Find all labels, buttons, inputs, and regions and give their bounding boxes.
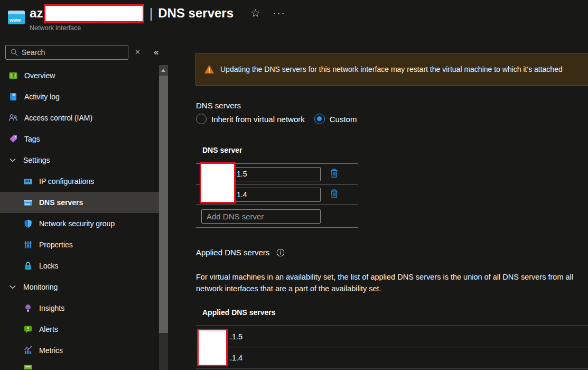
- sidebar-item-label: Network security group: [39, 219, 115, 228]
- sidebar-item-label: Activity log: [24, 92, 60, 101]
- tag-icon: [8, 134, 18, 144]
- activity-log-icon: [8, 92, 18, 101]
- svg-text:www: www: [24, 203, 31, 206]
- sidebar-item-locks[interactable]: Locks: [0, 255, 159, 276]
- collapse-sidebar-icon[interactable]: «: [154, 47, 158, 58]
- sidebar-item-label: Properties: [39, 240, 73, 249]
- sidebar-item-properties[interactable]: Properties: [0, 234, 159, 255]
- applied-dns-value: .1.4: [230, 354, 242, 362]
- sidebar-item-tags[interactable]: Tags: [0, 128, 159, 150]
- more-options-icon[interactable]: ···: [273, 8, 286, 19]
- sidebar-item-label: Locks: [39, 262, 59, 270]
- sidebar-item-metrics[interactable]: Metrics: [0, 340, 159, 361]
- ip-configurations-icon: [23, 177, 33, 186]
- add-dns-server-row: [196, 205, 358, 227]
- alert-icon: [23, 325, 33, 334]
- sidebar-item-label: DNS servers: [39, 198, 83, 207]
- radio-inherit[interactable]: [196, 114, 207, 124]
- dns-servers-pane: Updating the DNS servers for this networ…: [168, 40, 588, 370]
- sliders-icon: [23, 240, 33, 249]
- favorite-star-icon[interactable]: ☆: [250, 7, 260, 20]
- radio-inherit-label[interactable]: Inherit from virtual network: [211, 115, 305, 124]
- access-control-icon: [8, 113, 18, 123]
- sidebar-item-alerts[interactable]: Alerts: [0, 319, 159, 340]
- sidebar-item-label: Access control (IAM): [24, 114, 92, 122]
- radio-custom-label[interactable]: Custom: [330, 115, 357, 124]
- trash-icon: [330, 189, 338, 198]
- applied-dns-description: For virtual machines in an availability …: [196, 272, 588, 294]
- dns-servers-field-label: DNS servers: [196, 101, 241, 110]
- sidebar-group-monitoring[interactable]: Monitoring: [0, 276, 159, 298]
- page-title-section: DNS servers: [158, 6, 234, 21]
- search-icon: [10, 48, 18, 57]
- azure-portal-page: www az | DNS servers ☆ ··· Network inter…: [0, 0, 588, 370]
- delete-dns-server-button[interactable]: [329, 188, 339, 201]
- sidebar-item-partial[interactable]: [0, 361, 159, 369]
- lightbulb-icon: [23, 303, 33, 313]
- chevron-down-icon: [10, 158, 16, 162]
- applied-dns-heading: Applied DNS servers: [196, 248, 269, 257]
- sidebar-group-label: Monitoring: [23, 283, 58, 291]
- applied-dns-value: .1.5: [230, 332, 242, 341]
- resource-menu-sidebar: ✕ « Overview Activity log: [0, 40, 159, 370]
- sidebar-item-label: Metrics: [39, 346, 63, 355]
- sidebar-item-access-control[interactable]: Access control (IAM): [0, 107, 159, 128]
- chevron-down-icon: [10, 285, 16, 289]
- page-header: www az | DNS servers ☆ ··· Network inter…: [0, 0, 588, 40]
- warning-banner: Updating the DNS servers for this networ…: [195, 53, 588, 86]
- sidebar-item-label: Tags: [24, 135, 40, 143]
- sidebar-search[interactable]: [5, 45, 128, 60]
- search-input[interactable]: [22, 48, 117, 57]
- add-dns-server-input[interactable]: [201, 209, 321, 224]
- applied-dns-column-header: Applied DNS servers: [196, 308, 588, 326]
- resource-type-label: Network interface: [30, 24, 81, 32]
- network-interface-icon: www: [7, 8, 25, 26]
- applied-dns-heading-row: Applied DNS servers: [196, 248, 285, 257]
- redaction-box-dns-servers: [200, 162, 236, 204]
- sidebar-item-label: Overview: [24, 71, 55, 80]
- redaction-box-applied-dns: [197, 329, 228, 366]
- delete-dns-server-button[interactable]: [329, 168, 339, 180]
- dns-servers-icon: www: [23, 198, 33, 207]
- dns-mode-radio-group: Inherit from virtual network Custom: [196, 114, 366, 124]
- trash-icon: [330, 169, 338, 178]
- applied-dns-row: .1.4: [196, 347, 588, 368]
- radio-custom[interactable]: [314, 114, 325, 124]
- warning-banner-text: Updating the DNS servers for this networ…: [220, 65, 563, 73]
- sidebar-item-overview[interactable]: Overview: [0, 65, 159, 86]
- sidebar-item-network-security-group[interactable]: Network security group: [0, 213, 159, 234]
- document-icon: [23, 364, 33, 369]
- scrollbar-up-arrow[interactable]: [159, 65, 168, 76]
- redaction-box-title: [44, 4, 144, 23]
- sidebar-item-insights[interactable]: Insights: [0, 298, 159, 319]
- metrics-icon: [23, 346, 33, 355]
- applied-dns-table: Applied DNS servers .1.5 .1.4: [196, 308, 588, 368]
- dns-server-column-header: DNS server: [196, 146, 358, 163]
- clear-search-icon[interactable]: ✕: [135, 48, 141, 56]
- info-icon[interactable]: [276, 248, 285, 257]
- sidebar-item-ip-configurations[interactable]: IP configurations: [0, 171, 159, 192]
- svg-text:www: www: [9, 17, 21, 23]
- sidebar-group-label: Settings: [23, 156, 50, 164]
- shield-icon: [23, 219, 33, 228]
- sidebar-item-dns-servers[interactable]: www DNS servers: [0, 192, 159, 213]
- warning-icon: [204, 64, 214, 74]
- scrollbar-thumb[interactable]: [159, 76, 168, 333]
- sidebar-scrollbar[interactable]: [159, 65, 168, 370]
- sidebar-item-label: Insights: [39, 304, 64, 312]
- applied-dns-row: .1.5: [196, 326, 588, 347]
- sidebar-group-settings[interactable]: Settings: [0, 150, 159, 171]
- sidebar-item-label: IP configurations: [39, 177, 94, 186]
- overview-icon: [8, 71, 18, 80]
- sidebar-nav: Overview Activity log: [0, 65, 159, 369]
- page-title: az: [30, 6, 43, 21]
- title-separator: |: [150, 6, 153, 21]
- sidebar-item-activity-log[interactable]: Activity log: [0, 86, 159, 107]
- sidebar-item-label: Alerts: [39, 325, 58, 334]
- lock-icon: [23, 261, 33, 271]
